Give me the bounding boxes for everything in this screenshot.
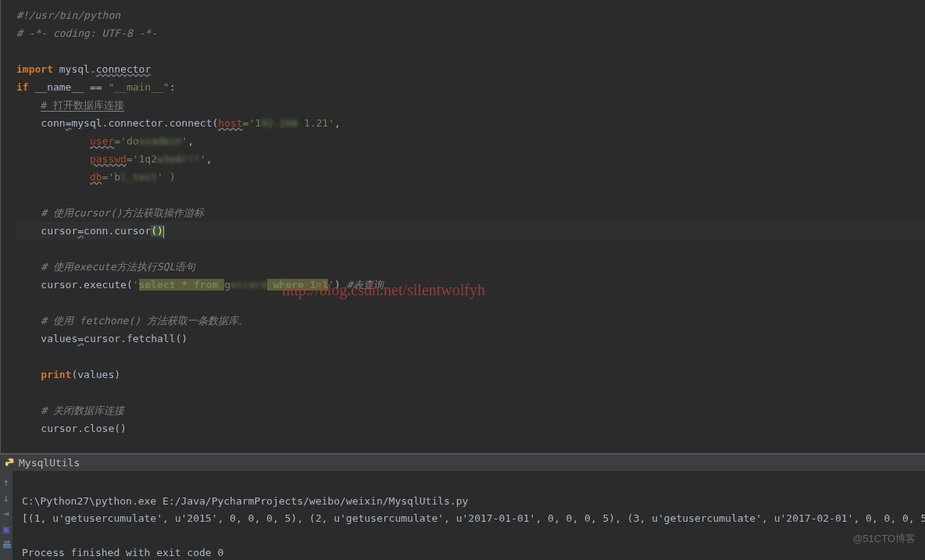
console-tab[interactable]: MysqlUtils <box>0 454 925 471</box>
bottom-watermark: @51CTO博客 <box>852 532 916 546</box>
print-icon[interactable]: 🖶 <box>0 538 12 551</box>
import-keyword: import <box>16 63 53 75</box>
console-tab-label: MysqlUtils <box>19 457 80 469</box>
code-editor[interactable]: #!/usr/bin/python # -*- coding: UTF-8 -*… <box>0 0 925 453</box>
shebang-line: #!/usr/bin/python <box>16 9 120 21</box>
comment-execute: # 使用execute方法执行SQL语句 <box>16 261 195 273</box>
console-panel: MysqlUtils ↑ ↓ ⇥ ▣ 🖶 C:\Python27\python.… <box>0 453 925 560</box>
connector-link[interactable]: connector <box>96 63 151 75</box>
console-line-2: [(1, u'getusercumulate', u'2015', 0, 0, … <box>22 512 925 524</box>
coding-line: # -*- coding: UTF-8 -*- <box>16 27 157 39</box>
toggle-icon[interactable]: ▣ <box>0 523 12 535</box>
current-line[interactable]: cursor=conn.cursor() <box>16 222 925 240</box>
comment-fetchone: # 使用 fetchone() 方法获取一条数据库。 <box>16 315 248 326</box>
arrow-down-icon[interactable]: ↓ <box>0 491 12 504</box>
comment-close: # 关闭数据库连接 <box>16 405 124 416</box>
text-cursor <box>163 226 164 238</box>
wrap-icon[interactable]: ⇥ <box>0 507 12 519</box>
comment-open-db: # 打开数据库连接 <box>41 99 124 112</box>
arrow-up-icon[interactable]: ↑ <box>0 476 12 488</box>
console-line-3: Process finished with exit code 0 <box>22 547 223 558</box>
console-output[interactable]: C:\Python27\python.exe E:/Java/PycharmPr… <box>12 471 925 560</box>
console-gutter: ↑ ↓ ⇥ ▣ 🖶 <box>0 471 12 560</box>
comment-cursor: # 使用cursor()方法获取操作游标 <box>16 207 204 219</box>
if-keyword: if <box>16 81 29 93</box>
print-keyword: print <box>41 369 71 380</box>
python-icon <box>5 458 16 469</box>
console-line-1: C:\Python27\python.exe E:/Java/PycharmPr… <box>22 495 468 507</box>
